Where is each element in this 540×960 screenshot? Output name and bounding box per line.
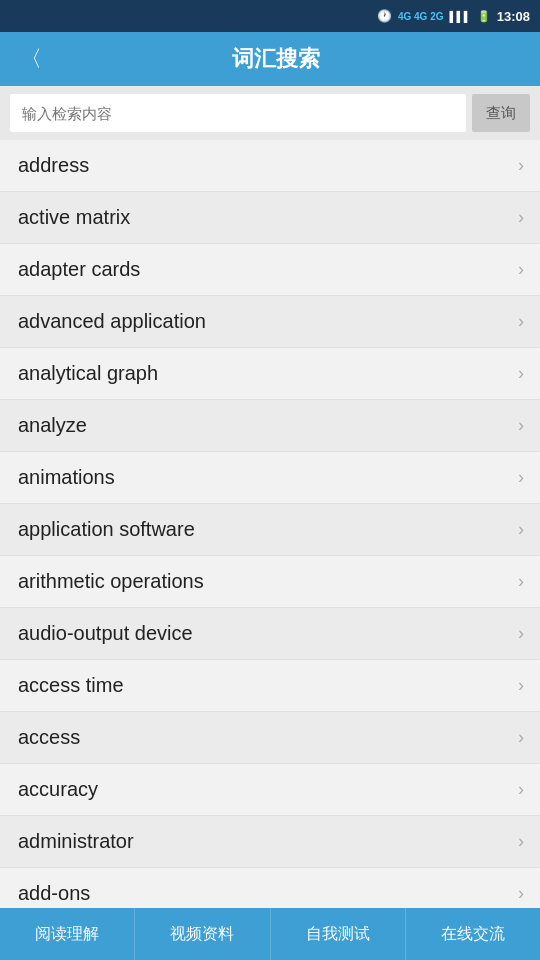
list-item[interactable]: animations › <box>0 452 540 504</box>
list-item[interactable]: analyze › <box>0 400 540 452</box>
list-item-text: access time <box>18 674 512 697</box>
chevron-right-icon: › <box>518 311 524 332</box>
list-item-text: application software <box>18 518 512 541</box>
list-item-text: administrator <box>18 830 512 853</box>
chevron-right-icon: › <box>518 207 524 228</box>
list-item-text: analyze <box>18 414 512 437</box>
search-button[interactable]: 查询 <box>472 94 530 132</box>
nav-item-1[interactable]: 视频资料 <box>135 908 270 960</box>
nav-item-2[interactable]: 自我测试 <box>271 908 406 960</box>
list-item-text: address <box>18 154 512 177</box>
list-item-text: access <box>18 726 512 749</box>
list-item[interactable]: access › <box>0 712 540 764</box>
status-time: 13:08 <box>497 9 530 24</box>
word-list: address › active matrix › adapter cards … <box>0 140 540 908</box>
chevron-right-icon: › <box>518 155 524 176</box>
search-bar: 查询 <box>0 86 540 140</box>
list-item[interactable]: advanced application › <box>0 296 540 348</box>
chevron-right-icon: › <box>518 519 524 540</box>
chevron-right-icon: › <box>518 415 524 436</box>
list-item-text: audio-output device <box>18 622 512 645</box>
list-item-text: advanced application <box>18 310 512 333</box>
list-item[interactable]: adapter cards › <box>0 244 540 296</box>
chevron-right-icon: › <box>518 831 524 852</box>
list-item-text: active matrix <box>18 206 512 229</box>
header: 〈 词汇搜索 <box>0 32 540 86</box>
list-item[interactable]: arithmetic operations › <box>0 556 540 608</box>
search-input[interactable] <box>10 94 466 132</box>
chevron-right-icon: › <box>518 727 524 748</box>
list-item-text: add-ons <box>18 882 512 905</box>
status-signal-icon: ▌▌▌ <box>449 11 470 22</box>
status-battery-icon: 🔋 <box>477 10 491 23</box>
chevron-right-icon: › <box>518 779 524 800</box>
nav-item-3[interactable]: 在线交流 <box>406 908 540 960</box>
chevron-right-icon: › <box>518 571 524 592</box>
nav-item-0[interactable]: 阅读理解 <box>0 908 135 960</box>
status-network: 4G 4G 2G <box>398 11 444 22</box>
chevron-right-icon: › <box>518 623 524 644</box>
list-item[interactable]: add-ons › <box>0 868 540 908</box>
list-item-text: arithmetic operations <box>18 570 512 593</box>
back-button[interactable]: 〈 <box>16 40 46 78</box>
chevron-right-icon: › <box>518 259 524 280</box>
list-item[interactable]: active matrix › <box>0 192 540 244</box>
list-item[interactable]: accuracy › <box>0 764 540 816</box>
status-bar: 🕐 4G 4G 2G ▌▌▌ 🔋 13:08 <box>0 0 540 32</box>
chevron-right-icon: › <box>518 467 524 488</box>
list-item-text: adapter cards <box>18 258 512 281</box>
list-item[interactable]: audio-output device › <box>0 608 540 660</box>
list-item[interactable]: access time › <box>0 660 540 712</box>
chevron-right-icon: › <box>518 675 524 696</box>
list-item-text: accuracy <box>18 778 512 801</box>
list-item-text: animations <box>18 466 512 489</box>
chevron-right-icon: › <box>518 363 524 384</box>
list-item[interactable]: analytical graph › <box>0 348 540 400</box>
chevron-right-icon: › <box>518 883 524 904</box>
status-alarm-icon: 🕐 <box>377 9 392 23</box>
list-item[interactable]: address › <box>0 140 540 192</box>
list-item[interactable]: administrator › <box>0 816 540 868</box>
list-item-text: analytical graph <box>18 362 512 385</box>
list-item[interactable]: application software › <box>0 504 540 556</box>
page-title: 词汇搜索 <box>58 44 494 74</box>
bottom-nav: 阅读理解视频资料自我测试在线交流 <box>0 908 540 960</box>
